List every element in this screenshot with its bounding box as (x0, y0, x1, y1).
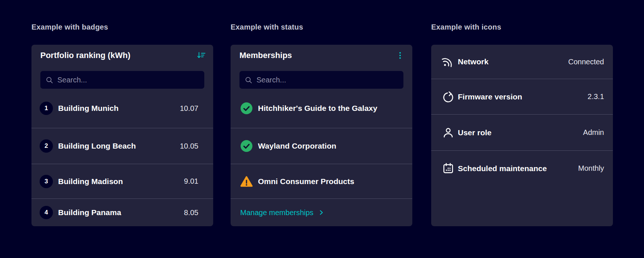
item-label: Building Munich (58, 104, 118, 113)
card-footer: Manage memberships (231, 198, 412, 226)
item-label: Firmware version (458, 92, 522, 101)
section-heading: Example with badges (31, 23, 108, 31)
manage-memberships-link[interactable]: Manage memberships (240, 208, 324, 217)
list-item: Network Connected (431, 45, 613, 79)
item-label: Building Madison (58, 177, 123, 186)
rank-badge: 4 (40, 206, 53, 219)
warning-triangle-icon (240, 175, 253, 188)
rank-badge: 2 (40, 139, 53, 153)
search-input[interactable] (57, 76, 199, 84)
item-label: User role (458, 128, 492, 137)
search-field (239, 71, 403, 89)
search-field (40, 71, 204, 89)
item-label: Scheduled maintenance (458, 164, 547, 173)
sort-descending-icon (196, 51, 206, 60)
search-icon (245, 76, 252, 84)
network-icon (442, 55, 455, 68)
card-empty-area (431, 186, 613, 226)
list-item: Scheduled maintenance Monthly (431, 150, 613, 186)
section-heading: Example with icons (431, 23, 501, 31)
item-label: Wayland Corporation (258, 142, 336, 150)
user-icon (442, 126, 455, 139)
item-label: Hitchhiker's Guide to the Galaxy (258, 104, 377, 113)
rank-badge: 1 (40, 102, 53, 115)
item-value: 2.3.1 (588, 92, 604, 101)
list-item: Firmware version 2.3.1 (431, 79, 613, 114)
link-label: Manage memberships (240, 208, 313, 217)
list-item[interactable]: 3 Building Madison 9.01 (31, 164, 213, 198)
ranking-list: 1 Building Munich 10.07 2 Building Long … (31, 89, 213, 226)
info-list: Network Connected Firmware version 2.3.1 (431, 45, 613, 226)
card-header: Portfolio ranking (kWh) (31, 45, 213, 66)
item-value: 9.01 (184, 177, 204, 186)
list-item[interactable]: Hitchhiker's Guide to the Galaxy (231, 89, 412, 128)
item-label: Building Long Beach (58, 142, 136, 150)
section-badges: Example with badges Portfolio ranking (k… (31, 0, 213, 258)
kebab-menu-icon (396, 51, 405, 60)
section-status: Example with status Memberships (231, 0, 412, 258)
card-header: Memberships (231, 45, 412, 66)
memberships-list: Hitchhiker's Guide to the Galaxy Wayland… (231, 89, 412, 226)
item-label: Building Panama (58, 208, 121, 217)
card-title: Portfolio ranking (kWh) (40, 51, 130, 60)
item-value: 10.07 (180, 104, 204, 113)
calendar-icon (442, 162, 455, 175)
item-value: Admin (583, 128, 604, 137)
list-item[interactable]: 2 Building Long Beach 10.05 (31, 128, 213, 164)
card-title: Memberships (239, 51, 292, 60)
item-label: Omni Consumer Products (258, 177, 354, 186)
firmware-icon (442, 90, 455, 103)
search-icon (46, 76, 53, 84)
item-value: Connected (568, 58, 604, 66)
check-circle-icon (240, 102, 253, 114)
section-heading: Example with status (231, 23, 303, 31)
item-label: Network (458, 57, 489, 66)
list-item[interactable]: Wayland Corporation (231, 128, 412, 164)
list-item: User role Admin (431, 114, 613, 150)
list-item[interactable]: Omni Consumer Products (231, 164, 412, 198)
chevron-right-icon (318, 210, 324, 215)
rank-badge: 3 (40, 175, 53, 188)
portfolio-ranking-card: Portfolio ranking (kWh) (31, 45, 213, 226)
list-item[interactable]: 1 Building Munich 10.07 (31, 89, 213, 128)
search-input[interactable] (256, 76, 398, 84)
device-info-card: Network Connected Firmware version 2.3.1 (431, 45, 613, 226)
item-value: 8.05 (184, 208, 204, 217)
sort-button[interactable] (195, 50, 207, 61)
list-item[interactable]: 4 Building Panama 8.05 (31, 198, 213, 226)
item-value: Monthly (578, 164, 604, 173)
item-value: 10.05 (180, 142, 204, 150)
check-circle-icon (240, 140, 253, 152)
kebab-menu-button[interactable] (395, 50, 406, 61)
section-icons: Example with icons Network Connected (431, 0, 613, 258)
page: Example with badges Portfolio ranking (k… (0, 0, 644, 258)
memberships-card: Memberships (231, 45, 412, 226)
